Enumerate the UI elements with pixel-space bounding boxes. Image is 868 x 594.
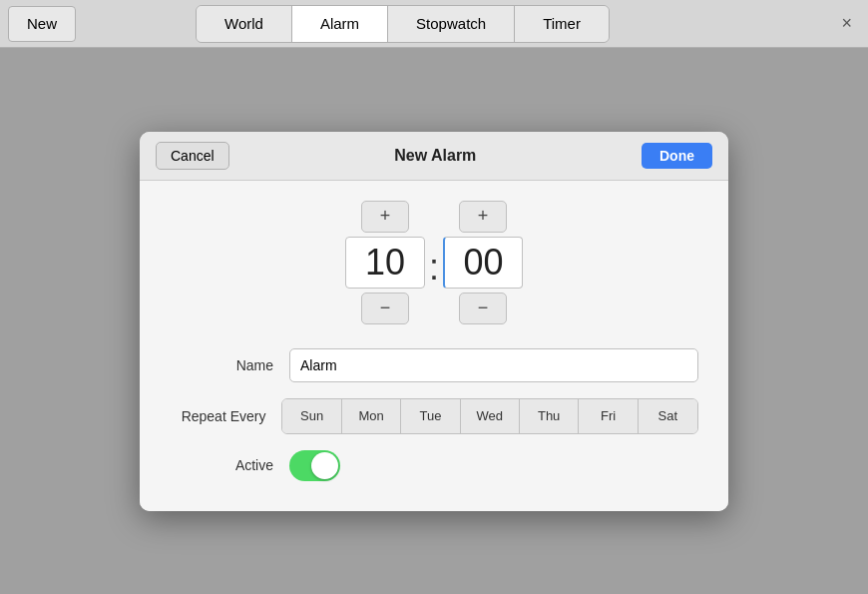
day-mon[interactable]: Mon [342, 399, 401, 433]
active-toggle[interactable] [289, 450, 340, 481]
toggle-thumb [311, 452, 338, 479]
day-sun[interactable]: Sun [282, 399, 341, 433]
hours-display: 10 [345, 237, 425, 289]
hours-decrement-button[interactable]: − [361, 293, 409, 324]
done-button[interactable]: Done [642, 143, 712, 169]
tab-new[interactable]: New [8, 6, 76, 42]
close-button[interactable]: × [833, 9, 860, 38]
day-buttons: Sun Mon Tue Wed Thu Fri Sat [281, 398, 698, 434]
minutes-increment-button[interactable]: + [459, 201, 507, 233]
tab-timer[interactable]: Timer [515, 6, 609, 42]
new-alarm-dialog: Cancel New Alarm Done + 10 − : + 00 − [140, 132, 728, 511]
day-wed[interactable]: Wed [461, 399, 520, 433]
tab-group: World Alarm Stopwatch Timer [196, 5, 610, 43]
dialog-title: New Alarm [229, 147, 642, 165]
hours-column: + 10 − [345, 201, 425, 324]
repeat-row: Repeat Every Sun Mon Tue Wed Thu Fri Sat [170, 398, 698, 434]
day-sat[interactable]: Sat [639, 399, 697, 433]
time-colon: : [425, 247, 443, 289]
tab-stopwatch[interactable]: Stopwatch [388, 6, 515, 42]
active-row: Active [170, 450, 698, 481]
top-bar: New World Alarm Stopwatch Timer × [0, 0, 868, 48]
active-label: Active [170, 457, 289, 473]
name-label: Name [170, 357, 289, 373]
day-fri[interactable]: Fri [579, 399, 638, 433]
minutes-column: + 00 − [443, 201, 523, 324]
tab-world[interactable]: World [197, 6, 292, 42]
tab-alarm[interactable]: Alarm [292, 6, 388, 42]
time-picker: + 10 − : + 00 − [170, 201, 698, 324]
dialog-header: Cancel New Alarm Done [140, 132, 728, 181]
minutes-decrement-button[interactable]: − [459, 293, 507, 324]
content-area: Cancel New Alarm Done + 10 − : + 00 − [0, 48, 868, 594]
dialog-body: + 10 − : + 00 − Name Repeat Every [140, 181, 728, 511]
day-tue[interactable]: Tue [401, 399, 460, 433]
repeat-label: Repeat Every [170, 408, 281, 424]
day-thu[interactable]: Thu [520, 399, 579, 433]
minutes-display: 00 [443, 237, 523, 289]
cancel-button[interactable]: Cancel [156, 142, 229, 170]
name-row: Name [170, 348, 698, 382]
name-input[interactable] [289, 348, 698, 382]
hours-increment-button[interactable]: + [361, 201, 409, 233]
